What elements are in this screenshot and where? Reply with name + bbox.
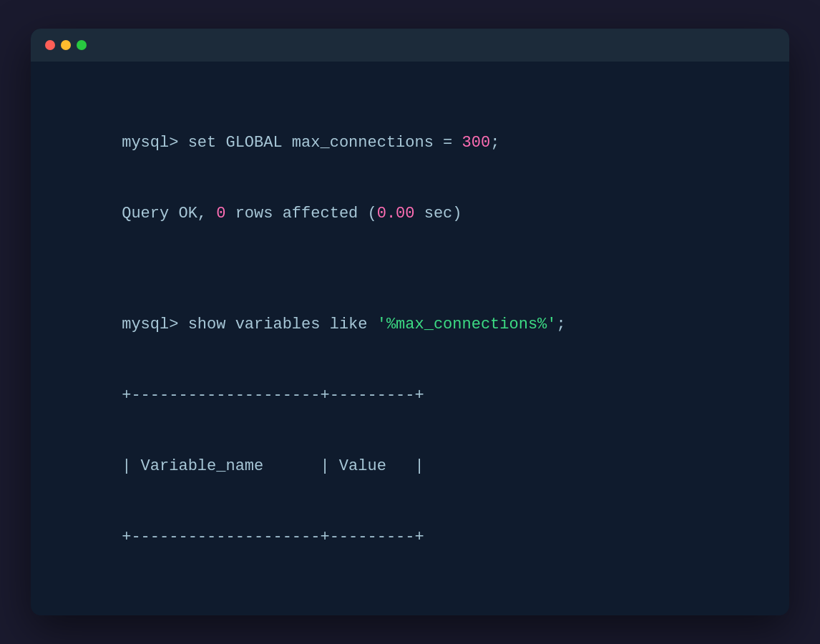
command-line-1: mysql> set GLOBAL max_connections = 300; [65,107,755,178]
cmd2-end: ; [557,316,566,333]
result1-after: rows affected ( [225,205,376,223]
prompt-1: mysql> [122,134,187,152]
command-line-2: mysql> show variables like '%max_connect… [65,289,755,360]
result1-time: 0.00 [377,205,415,223]
terminal-window: mysql> set GLOBAL max_connections = 300;… [31,29,789,615]
minimize-button[interactable] [61,40,71,50]
result1-before: Query OK, [122,205,216,223]
table-sep-border: +--------------------+---------+ [65,502,755,572]
close-button[interactable] [45,40,55,50]
table-top-border: +--------------------+---------+ [65,360,755,431]
prompt-2: mysql> [122,316,187,333]
terminal-body: mysql> set GLOBAL max_connections = 300;… [31,62,789,615]
table-data-row: | max_connections | 300 | [65,592,755,615]
cmd1-end: ; [490,134,499,152]
cmd1-text: set GLOBAL max_connections = [188,134,462,152]
cmd2-text: show variables like [188,316,377,333]
result1-close: sec) [415,205,462,223]
result-line-1: Query OK, 0 rows affected (0.00 sec) [65,178,755,249]
result1-number: 0 [216,205,225,223]
title-bar [31,29,789,62]
cmd2-string: '%max_connections%' [377,316,557,333]
table-header-row: | Variable_name | Value | [65,431,755,502]
maximize-button[interactable] [77,40,87,50]
cmd1-number: 300 [462,134,491,152]
